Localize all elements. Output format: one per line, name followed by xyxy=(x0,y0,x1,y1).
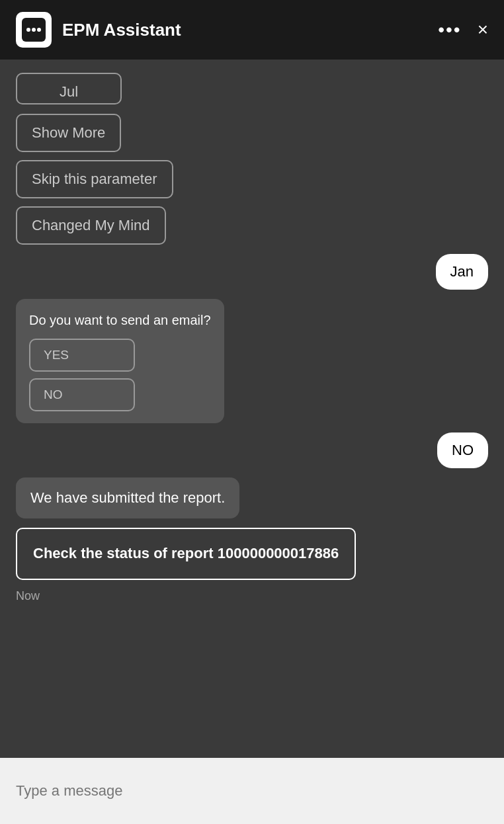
user-message-jan: Jan xyxy=(436,254,488,290)
email-question-bubble: Do you want to send an email? YES NO xyxy=(16,299,224,423)
email-question-text: Do you want to send an email? xyxy=(29,311,211,329)
report-link-card[interactable]: Check the status of report 1000000000178… xyxy=(16,528,356,580)
message-timestamp: Now xyxy=(16,589,40,603)
user-message-no: NO xyxy=(437,433,488,468)
status-bubble: We have submitted the report. xyxy=(16,477,239,518)
no-button[interactable]: NO xyxy=(29,378,135,411)
status-bubble-text: We have submitted the report. xyxy=(30,489,225,506)
message-input[interactable] xyxy=(16,782,488,800)
svg-point-2 xyxy=(32,28,36,32)
changed-mind-button[interactable]: Changed My Mind xyxy=(16,206,166,245)
header-title: EPM Assistant xyxy=(62,20,427,40)
skip-parameter-button[interactable]: Skip this parameter xyxy=(16,160,173,198)
chat-area: Jul Show More Skip this parameter Change… xyxy=(0,60,504,758)
close-button[interactable]: × xyxy=(478,19,488,40)
yes-button[interactable]: YES xyxy=(29,339,135,372)
svg-point-1 xyxy=(26,28,30,32)
partial-jul-button[interactable]: Jul xyxy=(16,73,122,104)
svg-point-3 xyxy=(37,28,41,32)
user-message-jan-text: Jan xyxy=(450,263,474,280)
user-message-no-text: NO xyxy=(452,442,474,458)
show-more-button[interactable]: Show More xyxy=(16,114,121,152)
header-actions: ••• × xyxy=(438,19,488,40)
app-icon xyxy=(16,12,52,48)
report-link-text: Check the status of report 1000000000178… xyxy=(33,545,339,561)
partial-button-wrap: Jul xyxy=(16,73,122,104)
input-area xyxy=(0,758,504,824)
action-buttons-group: Show More Skip this parameter Changed My… xyxy=(16,114,173,245)
more-options-button[interactable]: ••• xyxy=(438,19,461,40)
chat-header: EPM Assistant ••• × xyxy=(0,0,504,60)
